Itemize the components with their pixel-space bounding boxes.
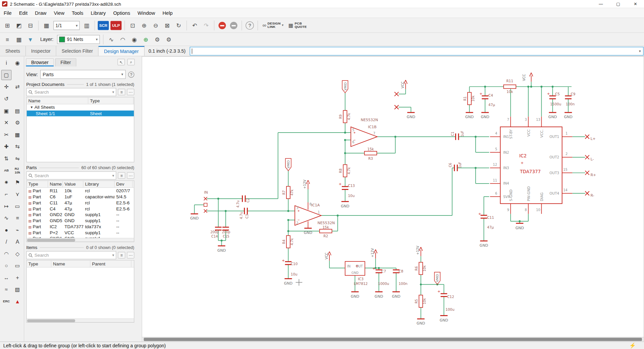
sheet-selector[interactable]: 1/1▾ [53, 21, 79, 30]
column-type[interactable]: Type [88, 97, 133, 104]
list-view-icon[interactable]: ≡ [118, 172, 125, 179]
menu-help[interactable]: Help [159, 8, 176, 17]
split-icon[interactable]: ⋎ [12, 189, 23, 199]
grid-icon[interactable]: ▦ [41, 20, 52, 31]
items-search-input[interactable]: Search▾ [26, 251, 116, 259]
paste-icon[interactable]: ▤ [12, 106, 23, 116]
pattern-icon[interactable]: ▧ [12, 284, 23, 295]
part-row[interactable]: ▤PartP+2VCCsupply1-- [27, 230, 134, 236]
show-icon[interactable]: ◉ [12, 58, 23, 68]
gear-icon[interactable]: ⚙ [152, 34, 163, 45]
subtab-browser[interactable]: Browser [26, 58, 54, 66]
part-row[interactable]: ▤PartGND5GNDsupply1-- [27, 217, 134, 223]
pcb-quote-button[interactable]: ▦PCBQUOTE [288, 22, 307, 29]
polygon-icon[interactable]: ◇ [12, 249, 23, 259]
menu-window[interactable]: Window [134, 8, 159, 17]
frame-icon[interactable]: ▥ [81, 20, 92, 31]
menu-edit[interactable]: Edit [15, 8, 31, 17]
schematic-drawing[interactable]: +−+−INC14C15200p200p4.7uC24.7uC3GNDGNDVM… [142, 57, 644, 337]
column-name[interactable]: Name [48, 181, 63, 188]
column-dev[interactable]: Dev [115, 181, 133, 188]
erc-icon[interactable]: ERC [1, 296, 12, 307]
restore-button[interactable]: ▢ [609, 0, 627, 8]
group-select-icon[interactable]: ▢ [1, 70, 12, 80]
more-options-icon[interactable]: ⋯ [127, 89, 134, 95]
zoom-icon[interactable]: ⌕ [127, 59, 135, 65]
print-icon[interactable]: ⊟ [25, 20, 36, 31]
items-horizontal-scrollbar[interactable] [27, 318, 134, 322]
zoom-select-icon[interactable]: ⊠ [162, 20, 172, 31]
zoom-out-icon[interactable]: ⊖ [150, 20, 161, 31]
tab-inspector[interactable]: Inspector [26, 46, 56, 56]
tab-selection-filter[interactable]: Selection Filter [56, 46, 99, 56]
more-options-icon[interactable]: ⋯ [127, 172, 134, 179]
column-name[interactable]: Name [27, 97, 89, 104]
junction-icon[interactable]: ● [1, 225, 12, 235]
dimension-icon[interactable]: ↔ [1, 272, 12, 283]
tree-expand-icon[interactable]: ▼ [30, 105, 33, 109]
open-icon[interactable]: ⊞ [2, 20, 13, 31]
panel-splitter[interactable] [137, 56, 142, 342]
list-view-icon[interactable]: ≡ [118, 252, 125, 259]
line-icon[interactable]: / [1, 237, 12, 247]
copy-icon[interactable]: ▣ [1, 106, 12, 116]
move-icon[interactable]: ✛ [1, 82, 12, 92]
undo-icon[interactable]: ↶ [189, 20, 200, 31]
parts-list[interactable]: TypeNameValueLibraryDev▤PartR1110krcl020… [26, 181, 134, 242]
gateswap-icon[interactable]: ⇋ [12, 153, 23, 164]
replace-icon[interactable]: ⇆ [12, 141, 23, 152]
chevron-down-icon[interactable]: ▾ [637, 49, 643, 53]
save-icon[interactable]: ◩ [13, 20, 24, 31]
errors-icon[interactable]: ▲ [12, 296, 23, 307]
documents-list[interactable]: NameType▼All SheetsSheet 1/1Sheet [26, 97, 134, 162]
link-add-icon[interactable]: ⊕ [141, 34, 151, 45]
tab-design-manager[interactable]: Design Manager [99, 46, 144, 56]
change-icon[interactable]: ⚙ [12, 117, 23, 128]
miter-icon[interactable]: ⌐ [1, 189, 12, 199]
part-row[interactable]: ▤PartC447µrclE2.5-6 [27, 206, 134, 212]
documents-search-input[interactable]: Search▾ [26, 88, 116, 96]
column-type[interactable]: Type [27, 181, 48, 188]
settings-gear-icon[interactable]: ⚙ [163, 34, 174, 45]
part-row[interactable]: ▤PartR1110krcl0207/7 [27, 188, 134, 194]
stop-icon[interactable] [218, 21, 226, 29]
rect-icon[interactable]: ▭ [12, 260, 23, 271]
label-icon[interactable]: ▭ [12, 201, 23, 211]
column-library[interactable]: Library [84, 181, 115, 188]
column-name[interactable]: Name [51, 260, 90, 267]
parts-search-input[interactable]: Search▾ [26, 171, 116, 180]
layer-list-icon[interactable]: ≡ [2, 34, 13, 45]
menu-draw[interactable]: Draw [31, 8, 50, 17]
subtab-filter[interactable]: Filter [55, 58, 76, 66]
design-link-button[interactable]: ∞DESIGNLINK▾ [262, 22, 283, 29]
optimize-icon[interactable]: ≈ [1, 284, 12, 295]
cut-icon[interactable]: ✂ [1, 130, 12, 140]
delete-icon[interactable]: ✕ [1, 117, 12, 128]
wire-icon[interactable]: ⌁ [12, 225, 23, 235]
help-icon[interactable]: ? [246, 21, 254, 29]
name-icon[interactable]: AB [1, 165, 12, 176]
net-icon[interactable]: ∿ [1, 213, 12, 223]
parts-horizontal-scrollbar[interactable] [27, 238, 134, 242]
tree-row[interactable]: Sheet 1/1Sheet [27, 110, 134, 116]
rotate-icon[interactable]: ↺ [1, 94, 12, 104]
select-cursor-icon[interactable]: ↖ [117, 59, 125, 65]
close-button[interactable]: ✕ [627, 0, 644, 8]
view-select[interactable]: Parts ▾ [40, 70, 126, 79]
items-list[interactable]: TypeNameParent [26, 260, 134, 322]
menu-options[interactable]: Options [109, 8, 134, 17]
circle-icon[interactable]: ○ [1, 260, 12, 271]
net-bend-icon[interactable]: ∿ [106, 34, 117, 45]
tab-sheets[interactable]: Sheets [0, 46, 26, 56]
tree-row[interactable]: ▼All Sheets [27, 104, 134, 110]
arc-mode-icon[interactable]: ◠ [117, 34, 128, 45]
column-parent[interactable]: Parent [90, 260, 131, 267]
more-options-icon[interactable]: ⋯ [127, 252, 134, 259]
command-input[interactable]: ▾ [190, 47, 643, 55]
arc-icon[interactable]: ◠ [1, 249, 12, 259]
redo-icon[interactable]: ↷ [201, 20, 212, 31]
grid-dots-icon[interactable]: ▦ [13, 34, 24, 45]
zoom-fit-icon[interactable]: ⊡ [127, 20, 138, 31]
menu-tools[interactable]: Tools [68, 8, 87, 17]
mirror-icon[interactable]: ⇄ [12, 82, 23, 92]
